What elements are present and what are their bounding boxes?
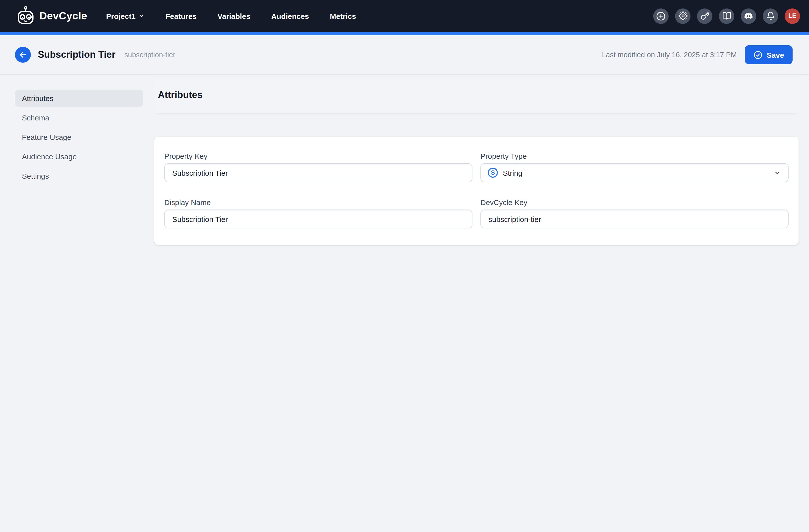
devcycle-key-input[interactable] (480, 210, 789, 228)
app-window: DevCycle Project1 Features Variables Aud… (0, 0, 809, 266)
top-navbar: DevCycle Project1 Features Variables Aud… (0, 0, 809, 32)
property-type-select[interactable]: S String (480, 163, 789, 182)
nav-project-dropdown[interactable]: Project1 (106, 12, 144, 20)
attributes-card: Property Key Property Type S String (154, 137, 798, 245)
content-area: Attributes Schema Feature Usage Audience… (0, 75, 809, 266)
accent-bar (0, 32, 809, 35)
chevron-down-icon (774, 169, 781, 176)
check-circle-icon (753, 50, 763, 59)
settings-button[interactable] (675, 8, 690, 24)
nav-item-audiences[interactable]: Audiences (271, 12, 309, 20)
sidebar-item-audience-usage[interactable]: Audience Usage (15, 148, 143, 165)
brand-name: DevCycle (39, 10, 87, 22)
last-modified-text: Last modified on July 16, 2025 at 3:17 P… (602, 51, 737, 59)
property-type-value: String (503, 169, 522, 177)
page-title: Subscription Tier (38, 49, 116, 60)
property-type-label: Property Type (480, 152, 789, 160)
key-icon (700, 12, 709, 20)
back-button[interactable] (15, 47, 31, 63)
sidebar-item-settings[interactable]: Settings (15, 167, 143, 184)
devcycle-logo-icon (16, 6, 35, 26)
attributes-section-title: Attributes (158, 90, 202, 101)
string-type-icon: S (488, 168, 498, 178)
nav-icon-tray: LE (653, 8, 800, 24)
book-open-icon (722, 12, 731, 20)
display-name-label: Display Name (164, 198, 472, 207)
user-avatar[interactable]: LE (785, 8, 800, 24)
display-name-input[interactable] (164, 210, 472, 228)
save-button[interactable]: Save (745, 45, 793, 64)
devcycle-key-field: DevCycle Key (480, 198, 789, 228)
page-key: subscription-tier (124, 51, 175, 59)
arrow-left-icon (18, 50, 28, 59)
nav-item-features[interactable]: Features (166, 12, 197, 20)
attributes-section-header: Attributes (154, 77, 798, 113)
display-name-field: Display Name (164, 198, 472, 228)
plus-circle-icon (656, 11, 666, 21)
sidebar-item-attributes[interactable]: Attributes (15, 90, 143, 107)
sidebar-item-schema[interactable]: Schema (15, 109, 143, 126)
add-button[interactable] (653, 8, 669, 24)
discord-button[interactable] (741, 8, 756, 24)
nav-item-variables[interactable]: Variables (218, 12, 251, 20)
property-key-field: Property Key (164, 152, 472, 182)
property-key-input[interactable] (164, 163, 472, 182)
devcycle-key-label: DevCycle Key (480, 198, 789, 207)
property-key-label: Property Key (164, 152, 472, 160)
property-type-field: Property Type S String (480, 152, 789, 182)
gear-icon (678, 12, 687, 20)
sidebar-item-feature-usage[interactable]: Feature Usage (15, 128, 143, 146)
section-sidebar: Attributes Schema Feature Usage Audience… (15, 90, 143, 187)
devcycle-brand[interactable]: DevCycle (16, 6, 87, 26)
primary-nav: Project1 Features Variables Audiences Me… (106, 12, 356, 20)
notifications-button[interactable] (763, 8, 778, 24)
bell-icon (766, 12, 775, 20)
page-header: Subscription Tier subscription-tier Last… (0, 35, 809, 75)
docs-button[interactable] (719, 8, 734, 24)
main-panel: Attributes Property Key Property Type S … (154, 75, 798, 266)
api-keys-button[interactable] (697, 8, 712, 24)
chevron-down-icon (139, 13, 144, 19)
discord-icon (744, 11, 753, 21)
nav-item-metrics[interactable]: Metrics (330, 12, 356, 20)
